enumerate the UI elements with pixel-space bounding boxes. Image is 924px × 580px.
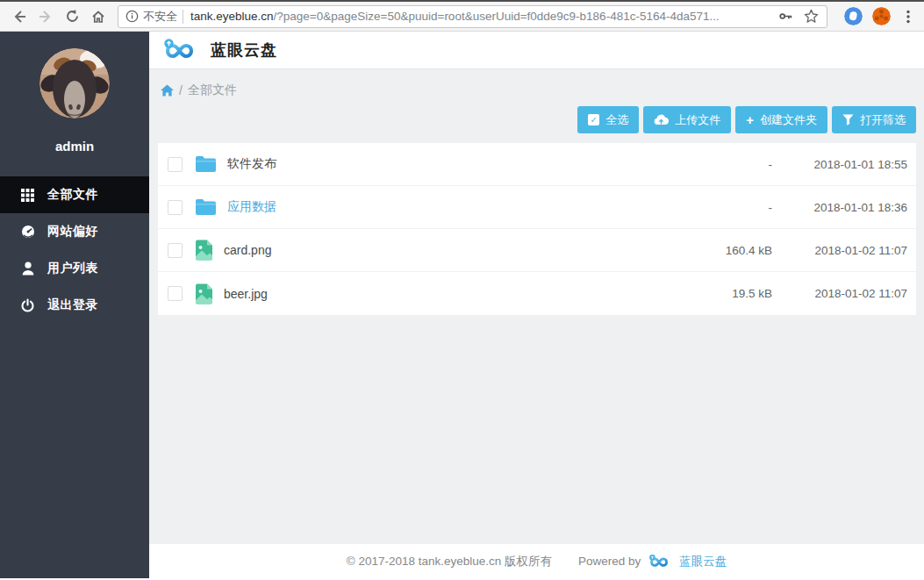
file-name[interactable]: 软件发布 xyxy=(227,156,276,172)
reload-icon xyxy=(65,9,80,24)
forward-arrow-icon xyxy=(38,9,54,25)
main-content: / 全部文件 ✓ 全选 上传文件 + 创建文件夹 打开筛选 xyxy=(149,69,924,578)
copyright-text: © 2017-2018 tank.eyeblue.cn 版权所有 xyxy=(347,554,552,569)
file-date: 2018-01-01 18:36 xyxy=(780,201,907,214)
file-row[interactable]: 软件发布 - 2018-01-01 18:55 xyxy=(158,143,916,186)
row-checkbox[interactable] xyxy=(168,243,183,258)
row-checkbox[interactable] xyxy=(168,157,183,172)
file-list: 软件发布 - 2018-01-01 18:55 应用数据 - 2018-01-0… xyxy=(158,143,916,315)
open-filter-label: 打开筛选 xyxy=(860,112,906,128)
file-name[interactable]: beer.jpg xyxy=(224,287,268,301)
open-filter-button[interactable]: 打开筛选 xyxy=(832,106,916,133)
breadcrumb-separator: / xyxy=(179,83,183,97)
file-date: 2018-01-02 11:07 xyxy=(780,287,907,300)
home-button[interactable] xyxy=(86,4,111,29)
upload-file-button[interactable]: 上传文件 xyxy=(643,106,731,133)
footer-brand[interactable]: 蓝眼云盘 xyxy=(679,554,727,569)
browser-toolbar: 不安全 tank.eyeblue.cn/?page=0&pageSize=50&… xyxy=(0,0,924,32)
forward-button[interactable] xyxy=(33,4,58,29)
cloud-upload-icon xyxy=(654,114,669,125)
sidebar-nav: 全部文件 网站偏好 用户列表 退出登录 xyxy=(0,176,149,324)
folder-icon xyxy=(195,155,217,173)
file-name[interactable]: 应用数据 xyxy=(227,199,276,215)
security-label[interactable]: 不安全 xyxy=(143,9,177,25)
select-all-button[interactable]: ✓ 全选 xyxy=(577,106,639,133)
sidebar-item-label: 退出登录 xyxy=(47,297,98,313)
user-icon xyxy=(20,261,35,276)
sidebar-item-user-list[interactable]: 用户列表 xyxy=(0,250,149,287)
select-all-label: 全选 xyxy=(605,112,628,128)
address-bar[interactable]: 不安全 tank.eyeblue.cn/?page=0&pageSize=50&… xyxy=(118,5,827,28)
breadcrumb-current: 全部文件 xyxy=(188,82,237,98)
back-arrow-icon xyxy=(11,9,27,25)
breadcrumb: / 全部文件 xyxy=(149,69,924,98)
plus-icon: + xyxy=(746,113,754,126)
file-size: - xyxy=(667,201,772,214)
file-size: - xyxy=(667,158,772,171)
file-size: 19.5 kB xyxy=(667,287,772,300)
sidebar-item-logout[interactable]: 退出登录 xyxy=(0,287,149,324)
blue-extension-icon[interactable] xyxy=(844,7,863,25)
file-size: 160.4 kB xyxy=(667,244,772,257)
star-icon[interactable] xyxy=(803,8,820,25)
file-row[interactable]: card.png 160.4 kB 2018-01-02 11:07 xyxy=(158,229,916,272)
orange-extension-icon[interactable] xyxy=(872,7,891,25)
key-icon[interactable] xyxy=(777,8,794,25)
avatar[interactable] xyxy=(39,48,110,118)
folder-icon xyxy=(195,198,217,216)
image-file-icon xyxy=(195,283,213,304)
row-checkbox[interactable] xyxy=(168,200,183,215)
url-path: /?page=0&pageSize=50&puuid=root&userUuid… xyxy=(274,10,720,23)
back-button[interactable] xyxy=(7,4,32,29)
sidebar-item-all-files[interactable]: 全部文件 xyxy=(0,176,149,213)
file-date: 2018-01-02 11:07 xyxy=(780,244,907,257)
reload-button[interactable] xyxy=(60,4,84,29)
row-checkbox[interactable] xyxy=(168,286,183,301)
gauge-icon xyxy=(20,225,35,239)
sidebar: admin 全部文件 网站偏好 用户列表 退出登录 xyxy=(0,32,149,578)
app-title: 蓝眼云盘 xyxy=(211,39,277,61)
action-buttons: ✓ 全选 上传文件 + 创建文件夹 打开筛选 xyxy=(577,106,916,133)
check-square-icon: ✓ xyxy=(588,114,599,125)
omnibox-divider xyxy=(183,10,183,24)
home-icon xyxy=(90,9,106,25)
sidebar-item-site-preferences[interactable]: 网站偏好 xyxy=(0,213,149,250)
page-footer: © 2017-2018 tank.eyeblue.cn 版权所有 Powered… xyxy=(149,544,924,578)
sidebar-item-label: 网站偏好 xyxy=(47,224,98,240)
url-text[interactable]: tank.eyeblue.cn/?page=0&pageSize=50&puui… xyxy=(190,10,770,23)
browser-menu-icon[interactable] xyxy=(901,9,915,25)
file-row[interactable]: beer.jpg 19.5 kB 2018-01-02 11:07 xyxy=(158,272,916,315)
file-row[interactable]: 应用数据 - 2018-01-01 18:36 xyxy=(158,186,916,229)
url-domain: tank.eyeblue.cn xyxy=(190,10,274,23)
username: admin xyxy=(0,139,149,154)
file-name[interactable]: card.png xyxy=(224,243,271,257)
sidebar-item-label: 全部文件 xyxy=(47,187,98,203)
create-folder-button[interactable]: + 创建文件夹 xyxy=(735,106,827,133)
upload-file-label: 上传文件 xyxy=(675,112,720,128)
app-header: 蓝眼云盘 xyxy=(149,32,924,69)
grid-icon xyxy=(20,189,35,202)
breadcrumb-home-icon[interactable] xyxy=(161,84,174,97)
sidebar-item-label: 用户列表 xyxy=(47,261,98,276)
file-date: 2018-01-01 18:55 xyxy=(780,158,907,171)
image-file-icon xyxy=(195,240,213,261)
power-icon xyxy=(20,298,35,312)
create-folder-label: 创建文件夹 xyxy=(760,112,817,128)
filter-icon xyxy=(842,114,854,125)
powered-by-text: Powered by xyxy=(578,555,641,568)
info-circle-icon xyxy=(125,10,139,23)
footer-logo-icon xyxy=(648,554,672,569)
app-logo-icon xyxy=(161,38,200,62)
